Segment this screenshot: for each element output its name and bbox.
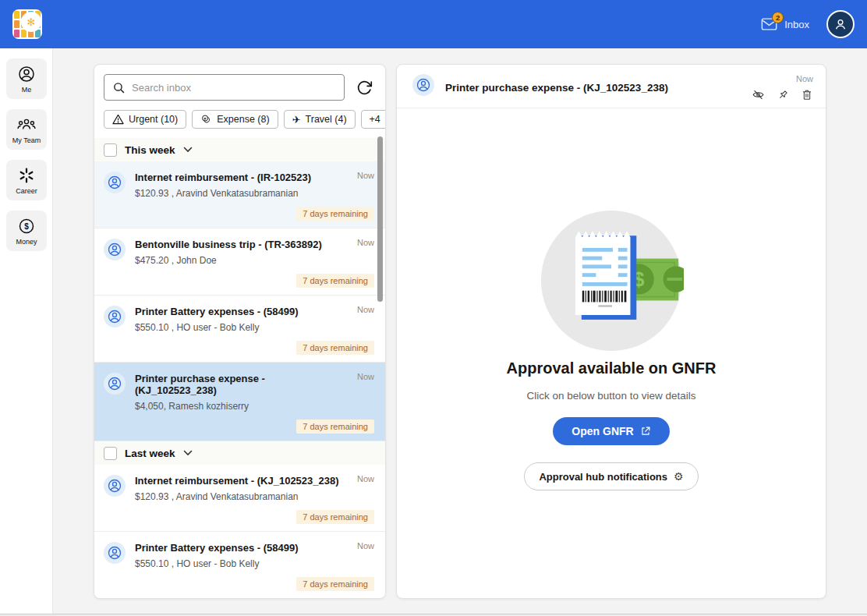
gear-icon: ⚙ [674,470,684,483]
location-pin-icon: ✻ [23,13,40,30]
delete-button[interactable] [801,88,813,101]
sidebar-item-me[interactable]: Me [6,58,47,99]
open-gnfr-button[interactable]: Open GNFR [553,417,669,445]
detail-panel: Printer purchase expense - (KJ_102523_23… [396,64,826,599]
filter-chip-travel[interactable]: ✈ Travel (4) [284,110,356,129]
days-remaining-badge: 7 days remaining [296,207,374,221]
receipt-money-illustration: $ [539,208,684,353]
section-header: This week [94,138,385,161]
section-checkbox[interactable] [104,143,117,157]
item-title: Bentonville business trip - (TR-363892) [135,239,374,250]
filter-chip-urgent[interactable]: Urgent (10) [104,110,186,129]
days-remaining-badge: 7 days remaining [296,274,374,288]
sidebar-label: My Team [12,136,41,144]
refresh-icon [356,80,373,96]
inbox-list-item[interactable]: Printer Battery expenses - (58499) $550.… [94,532,385,598]
spark-icon [17,166,36,185]
inbox-list-item[interactable]: Internet reimbursement - (IR-102523) $12… [94,161,385,228]
pin-icon [777,89,789,101]
filter-chip-more[interactable]: +4 [361,110,386,129]
inbox-list-item[interactable]: Bentonville business trip - (TR-363892) … [94,228,385,296]
profile-avatar[interactable] [826,10,855,38]
sidebar-label: Career [16,187,37,195]
item-title: Internet reimbursement - (IR-102523) [135,172,374,183]
days-remaining-badge: 7 days remaining [296,577,374,591]
sidebar-item-career[interactable]: Career [6,160,47,200]
pin-button[interactable] [777,89,789,101]
item-time: Now [357,305,374,314]
app-logo[interactable]: ✻ [12,9,42,39]
eye-off-icon [752,88,765,101]
avatar [104,373,126,395]
item-time: Now [357,171,374,180]
item-subtitle: $120.93 , Aravind Venkatasubramanian [135,188,374,199]
detail-subtext: Click on below button to view details [527,390,696,402]
avatar [104,542,126,564]
inbox-list-item[interactable]: Printer Battery expenses - (58499) $550.… [94,296,385,363]
item-title: Internet reimbursement - (KJ_102523_238) [135,475,374,487]
inbox-list-item[interactable]: Printer purchase expense - (KJ_102523_23… [94,363,385,441]
inbox-list: This week Internet reimbursement - (IR-1… [94,138,385,598]
airplane-icon: ✈ [292,115,301,125]
trash-icon [801,88,813,101]
item-subtitle: $120.93 , Aravind Venkatasubramanian [135,491,374,502]
avatar [104,239,126,260]
external-link-icon [640,426,651,437]
approval-hub-notifications-button[interactable]: Approval hub notifications ⚙ [524,462,698,490]
inbox-badge: 2 [772,12,784,23]
inbox-list-panel: Urgent (10) Expense (8) ✈ Travel (4) +4 [94,64,386,599]
chevron-down-icon[interactable] [183,450,193,456]
mark-unread-button[interactable] [752,88,765,101]
sidebar-item-my-team[interactable]: My Team [6,109,47,150]
item-time: Now [357,474,374,483]
avatar [104,475,126,497]
item-subtitle: $550.10 , HO user - Bob Kelly [135,558,374,569]
section-title: This week [125,144,175,156]
avatar [412,74,434,96]
filter-chips: Urgent (10) Expense (8) ✈ Travel (4) +4 [94,107,385,138]
item-subtitle: $550.10 , HO user - Bob Kelly [135,322,374,333]
coins-icon [200,114,212,125]
left-sidebar: Me My Team Career $ Money [0,48,53,616]
inbox-list-item[interactable]: Internet reimbursement - (KJ_102523_238)… [94,465,385,532]
inbox-nav[interactable]: 2 Inbox [761,17,809,31]
person-circle-icon [17,65,36,83]
item-time: Now [357,238,374,247]
item-title: Printer purchase expense - (KJ_102523_23… [135,373,374,396]
item-subtitle: $475.20 , John Doe [135,255,374,266]
sidebar-label: Money [16,238,37,246]
days-remaining-badge: 7 days remaining [296,510,374,524]
detail-header: Printer purchase expense - (KJ_102523_23… [397,65,826,108]
mail-icon: 2 [761,17,778,31]
item-subtitle: $4,050, Ramesh kozhiserry [135,401,374,412]
inbox-label: Inbox [784,19,809,30]
sidebar-item-money[interactable]: $ Money [6,211,47,251]
item-time: Now [357,541,374,551]
item-time: Now [357,372,374,381]
search-icon [112,81,126,94]
filter-chip-expense[interactable]: Expense (8) [192,110,278,129]
search-input[interactable] [132,82,336,94]
refresh-button[interactable] [351,74,377,101]
days-remaining-badge: 7 days remaining [296,420,374,434]
days-remaining-badge: 7 days remaining [296,341,374,355]
detail-title: Printer purchase expense - (KJ_102523_23… [445,82,741,94]
chevron-down-icon[interactable] [183,147,193,153]
detail-time: Now [796,74,813,83]
avatar [104,172,126,193]
item-title: Printer Battery expenses - (58499) [135,306,374,317]
detail-heading: Approval available on GNFR [507,358,717,379]
team-icon [16,115,37,134]
section-title: Last week [125,448,175,459]
search-box [104,74,345,101]
dollar-circle-icon: $ [17,217,36,235]
sidebar-label: Me [22,86,32,94]
section-header: Last week [94,441,385,465]
topbar: ✻ 2 Inbox [0,0,867,48]
item-title: Printer Battery expenses - (58499) [135,542,374,554]
avatar [104,306,126,327]
section-checkbox[interactable] [104,447,117,460]
svg-text:$: $ [24,222,29,231]
scrollbar-thumb[interactable] [377,136,383,302]
warning-icon [112,114,124,125]
